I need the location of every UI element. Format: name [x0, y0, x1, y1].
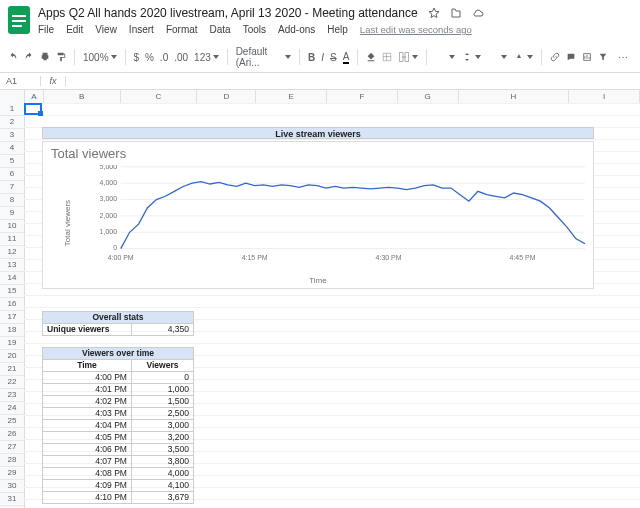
row-header[interactable]: 22	[0, 376, 24, 389]
last-edit-link[interactable]: Last edit was seconds ago	[360, 24, 472, 35]
text-color-button[interactable]: A	[343, 51, 350, 64]
cloud-icon[interactable]	[472, 7, 484, 19]
unique-viewers-value: 4,350	[131, 324, 193, 336]
unique-viewers-label: Unique viewers	[43, 324, 132, 336]
menu-insert[interactable]: Insert	[129, 24, 154, 35]
column-header[interactable]: B	[44, 90, 121, 103]
menu-file[interactable]: File	[38, 24, 54, 35]
name-box[interactable]: A1	[0, 76, 41, 86]
row-header[interactable]: 15	[0, 285, 24, 298]
row-header[interactable]: 13	[0, 259, 24, 272]
comment-icon[interactable]	[566, 51, 576, 63]
document-title[interactable]: Apps Q2 All hands 2020 livestream, April…	[38, 6, 418, 20]
column-header[interactable]: D	[197, 90, 256, 103]
row-header[interactable]: 2	[0, 116, 24, 129]
menu-data[interactable]: Data	[210, 24, 231, 35]
column-header[interactable]: A	[25, 90, 44, 103]
more-tools[interactable]: ⋯	[614, 52, 632, 63]
vot-col-viewers: Viewers	[131, 360, 193, 372]
row-header[interactable]: 19	[0, 337, 24, 350]
chart-y-axis-label: Total viewers	[63, 200, 72, 246]
row-header[interactable]: 10	[0, 220, 24, 233]
print-icon[interactable]	[40, 51, 50, 63]
v-align[interactable]	[461, 51, 481, 63]
row-header[interactable]: 7	[0, 181, 24, 194]
fill-color-icon[interactable]	[366, 51, 376, 63]
column-header[interactable]: I	[569, 90, 640, 103]
borders-icon[interactable]	[382, 51, 392, 63]
italic-button[interactable]: I	[321, 52, 324, 63]
row-header[interactable]: 31	[0, 493, 24, 506]
row-header[interactable]: 6	[0, 168, 24, 181]
select-all-corner[interactable]	[0, 90, 25, 103]
row-header[interactable]: 27	[0, 441, 24, 454]
paint-format-icon[interactable]	[56, 51, 66, 63]
menu-format[interactable]: Format	[166, 24, 198, 35]
menu-tools[interactable]: Tools	[243, 24, 266, 35]
row-header[interactable]: 11	[0, 233, 24, 246]
undo-icon[interactable]	[8, 51, 18, 63]
text-rotate[interactable]	[513, 51, 533, 63]
row-header[interactable]: 20	[0, 350, 24, 363]
row-header[interactable]: 3	[0, 129, 24, 142]
row-header[interactable]: 26	[0, 428, 24, 441]
link-icon[interactable]	[550, 51, 560, 63]
text-wrap[interactable]	[487, 51, 507, 63]
table-row: 4:06 PM3,500	[43, 444, 194, 456]
bold-button[interactable]: B	[308, 52, 315, 63]
row-header[interactable]: 9	[0, 207, 24, 220]
filter-icon[interactable]	[598, 51, 608, 63]
row-header[interactable]: 18	[0, 324, 24, 337]
table-row: 4:00 PM0	[43, 372, 194, 384]
row-header[interactable]: 1	[0, 103, 24, 116]
row-header[interactable]: 30	[0, 480, 24, 493]
zoom-select[interactable]: 100%	[83, 52, 117, 63]
insert-chart-icon[interactable]	[582, 51, 592, 63]
merge-cells[interactable]	[398, 51, 418, 63]
row-header[interactable]: 8	[0, 194, 24, 207]
row-header[interactable]: 5	[0, 155, 24, 168]
increase-decimal[interactable]: .00	[174, 52, 188, 63]
menu-help[interactable]: Help	[327, 24, 348, 35]
viewers-chart[interactable]: Total viewers Total viewers 4:00 PM4:15 …	[42, 141, 594, 289]
star-icon[interactable]	[428, 7, 440, 19]
column-header[interactable]: G	[398, 90, 459, 103]
column-header[interactable]: F	[327, 90, 398, 103]
row-header[interactable]: 28	[0, 454, 24, 467]
menu-addons[interactable]: Add-ons	[278, 24, 315, 35]
table-row: 4:05 PM3,200	[43, 432, 194, 444]
redo-icon[interactable]	[24, 51, 34, 63]
row-header[interactable]: 29	[0, 467, 24, 480]
strike-button[interactable]: S	[330, 52, 337, 63]
table-row: 4:03 PM2,500	[43, 408, 194, 420]
row-header[interactable]: 25	[0, 415, 24, 428]
column-header[interactable]: H	[459, 90, 570, 103]
row-header[interactable]: 16	[0, 298, 24, 311]
font-select[interactable]: Default (Ari...	[236, 46, 291, 68]
more-formats[interactable]: 123	[194, 52, 219, 63]
table-row: 4:02 PM1,500	[43, 396, 194, 408]
decrease-decimal[interactable]: .0	[160, 52, 168, 63]
chart-title: Total viewers	[51, 146, 593, 161]
row-header[interactable]: 23	[0, 389, 24, 402]
column-header[interactable]: E	[256, 90, 327, 103]
move-icon[interactable]	[450, 7, 462, 19]
table-row: 4:10 PM3,679	[43, 492, 194, 504]
menu-view[interactable]: View	[95, 24, 117, 35]
row-header[interactable]: 24	[0, 402, 24, 415]
format-percent[interactable]: %	[145, 52, 154, 63]
h-align[interactable]	[435, 51, 455, 63]
row-header[interactable]: 4	[0, 142, 24, 155]
svg-text:0: 0	[113, 245, 117, 252]
active-cell-a1[interactable]	[24, 103, 42, 115]
svg-text:4,000: 4,000	[100, 179, 118, 186]
row-header[interactable]: 12	[0, 246, 24, 259]
menu-edit[interactable]: Edit	[66, 24, 83, 35]
row-header[interactable]: 14	[0, 272, 24, 285]
row-header[interactable]: 21	[0, 363, 24, 376]
column-header[interactable]: C	[121, 90, 198, 103]
format-currency[interactable]: $	[133, 52, 139, 63]
column-headers: ABCDEFGHI	[0, 90, 640, 104]
row-header[interactable]: 17	[0, 311, 24, 324]
svg-text:1,000: 1,000	[100, 228, 118, 235]
